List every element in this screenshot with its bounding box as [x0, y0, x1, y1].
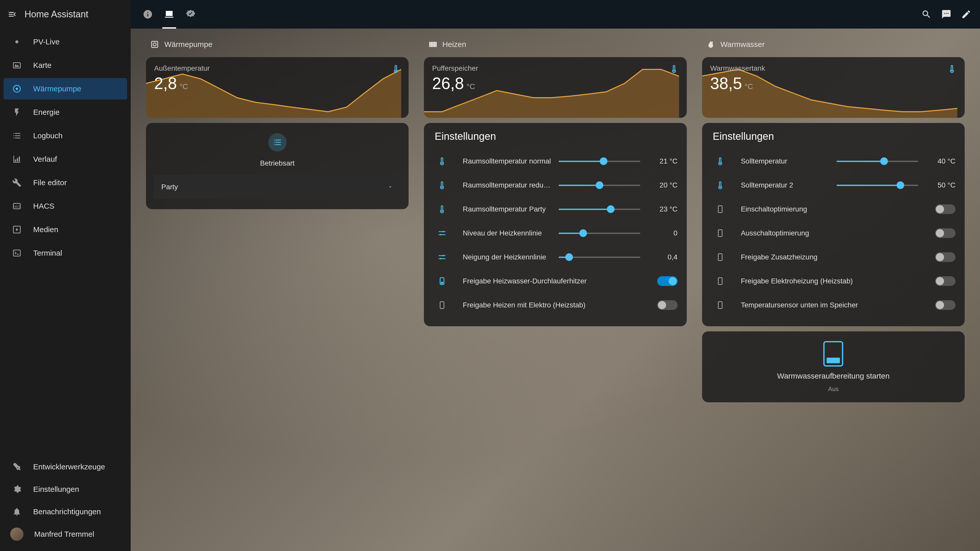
assist-button[interactable] — [940, 8, 953, 21]
sidebar-item-pv-live[interactable]: PV-Live — [3, 31, 127, 52]
column-header: Wärmepumpe — [146, 38, 409, 52]
setting-row: Ausschaltoptimierung — [711, 221, 956, 245]
sidebar-item-hacs[interactable]: HACSHACS — [3, 195, 127, 217]
settings-title: Einstellungen — [711, 130, 956, 142]
sensor-card-warmwasser[interactable]: Warmwassertank38,5°C — [702, 57, 965, 118]
setting-value: 50 °C — [925, 181, 956, 189]
svg-point-11 — [441, 162, 443, 164]
sidebar-header: Home Assistant — [0, 0, 130, 29]
device-icon — [714, 203, 726, 215]
sensor-card-heizen[interactable]: Pufferspeicher26,8°C — [424, 57, 687, 118]
svg-point-22 — [951, 70, 953, 72]
dashboard-icon — [164, 9, 174, 19]
settings-card-warmwasser: EinstellungenSolltemperatur40 °CSolltemp… — [702, 123, 965, 326]
setting-value: 20 °C — [647, 181, 678, 189]
heatpump-icon — [150, 40, 159, 49]
sidebar-item-file-editor[interactable]: File editor — [3, 172, 127, 193]
mode-card: BetriebsartParty — [146, 123, 409, 209]
setting-toggle[interactable] — [935, 300, 956, 310]
setting-value: 21 °C — [647, 157, 678, 165]
sensor-value: 38,5°C — [710, 74, 765, 93]
svg-point-12 — [441, 186, 443, 188]
sidebar-item-settings[interactable]: Einstellungen — [3, 478, 127, 500]
setting-row: Einschaltoptimierung — [711, 197, 956, 221]
sidebar-item-dev-tools[interactable]: Entwicklerwerkzeuge — [3, 456, 127, 478]
thermometer-icon — [670, 64, 679, 73]
setting-toggle[interactable] — [935, 204, 956, 214]
setting-slider[interactable] — [558, 161, 640, 162]
setting-row: Solltemperatur40 °C — [711, 149, 956, 173]
tab-dashboard[interactable] — [160, 0, 179, 29]
setting-slider[interactable] — [558, 185, 640, 186]
setting-row: Neigung der Heizkennlinie0,4 — [433, 245, 677, 269]
chevron-down-icon — [387, 184, 393, 190]
device-icon — [714, 251, 726, 263]
setting-label: Neigung der Heizkennlinie — [463, 253, 552, 261]
radiator-icon — [428, 40, 437, 49]
wrench-icon — [11, 177, 22, 188]
sidebar-item-terminal[interactable]: Terminal — [3, 242, 127, 264]
sidebar-item-label: PV-Live — [33, 38, 59, 46]
sidebar-item-label: Einstellungen — [33, 485, 79, 494]
action-card[interactable]: Warmwasseraufbereitung startenAus — [702, 331, 965, 402]
avatar — [10, 527, 24, 541]
svg-rect-19 — [441, 282, 443, 284]
setting-label: Temperatursensor unten im Speicher — [741, 301, 928, 309]
sidebar-item-label: File editor — [33, 178, 67, 187]
setting-toggle[interactable] — [935, 252, 956, 262]
setting-toggle[interactable] — [935, 276, 956, 286]
setting-label: Freigabe Heizwasser-Durchlauferhitzer — [463, 277, 650, 285]
setting-label: Freigabe Elektroheizung (Heizstab) — [741, 277, 928, 285]
sidebar-item-label: Logbuch — [33, 131, 62, 140]
mode-select[interactable]: Party — [154, 175, 401, 199]
setting-toggle[interactable] — [657, 276, 678, 286]
svg-point-17 — [440, 258, 442, 259]
setting-row: Freigabe Zusatzheizung — [711, 245, 956, 269]
sidebar-item-logbuch[interactable]: Logbuch — [3, 125, 127, 146]
svg-point-10 — [673, 70, 675, 72]
sidebar: Home Assistant PV-LiveKarteWärmepumpeEne… — [0, 0, 130, 551]
column-waermepumpe: WärmepumpeAußentemperatur2,8°CBetriebsar… — [146, 38, 409, 209]
setting-label: Einschaltoptimierung — [741, 205, 928, 213]
sidebar-item-user[interactable]: Manfred Tremmel — [3, 524, 127, 545]
sidebar-nav: PV-LiveKarteWärmepumpeEnergieLogbuchVerl… — [0, 29, 130, 455]
setting-slider[interactable] — [837, 161, 918, 162]
sensor-unit: °C — [745, 82, 753, 91]
svg-point-23 — [719, 162, 721, 164]
mode-icon — [268, 133, 286, 151]
sidebar-item-verlauf[interactable]: Verlauf — [3, 148, 127, 170]
thermo-icon — [714, 179, 726, 191]
sensor-card-waermepumpe[interactable]: Außentemperatur2,8°C — [146, 57, 409, 118]
main: WärmepumpeAußentemperatur2,8°CBetriebsar… — [130, 0, 980, 551]
svg-point-24 — [719, 186, 721, 188]
setting-slider[interactable] — [558, 233, 640, 234]
setting-toggle[interactable] — [935, 228, 956, 238]
svg-point-21 — [711, 42, 713, 43]
sidebar-item-medien[interactable]: Medien — [3, 219, 127, 240]
sidebar-bottom: EntwicklerwerkzeugeEinstellungenBenachri… — [0, 455, 130, 551]
pencil-icon — [961, 9, 971, 19]
sidebar-item-waermepumpe[interactable]: Wärmepumpe — [3, 78, 127, 100]
target-icon — [11, 83, 22, 94]
setting-slider[interactable] — [558, 257, 640, 258]
menu-toggle-button[interactable] — [6, 9, 18, 20]
tab-icons — [138, 0, 200, 29]
sidebar-item-energie[interactable]: Energie — [3, 102, 127, 123]
sidebar-item-label: Terminal — [33, 249, 62, 257]
svg-rect-6 — [14, 250, 21, 256]
svg-point-13 — [441, 210, 443, 212]
sensor-value: 2,8°C — [154, 74, 210, 93]
tab-verified[interactable] — [181, 0, 200, 29]
setting-slider[interactable] — [837, 185, 918, 186]
setting-toggle[interactable] — [657, 300, 678, 310]
setting-row: Freigabe Heizwasser-Durchlauferhitzer — [433, 269, 677, 293]
bolt-icon — [11, 106, 22, 118]
search-button[interactable] — [920, 8, 932, 21]
setting-label: Solltemperatur 2 — [741, 181, 830, 189]
setting-slider[interactable] — [558, 209, 640, 210]
edit-button[interactable] — [960, 8, 972, 21]
tab-info[interactable] — [138, 0, 157, 29]
sidebar-item-notifications[interactable]: Benachrichtigungen — [3, 501, 127, 522]
sidebar-item-karte[interactable]: Karte — [3, 55, 127, 76]
sidebar-item-label: HACS — [33, 202, 54, 210]
